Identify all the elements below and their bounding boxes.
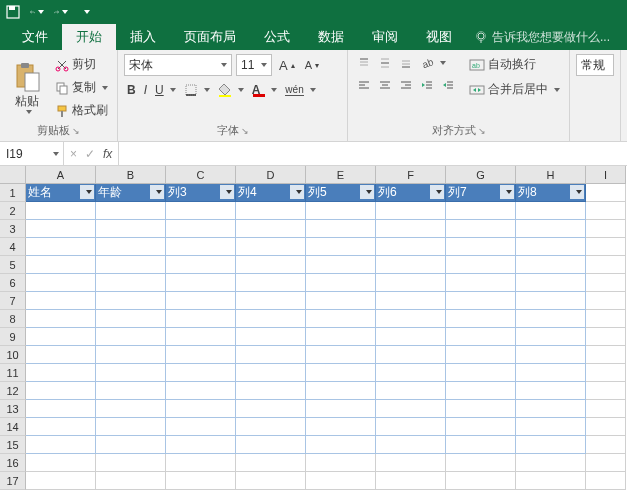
save-icon[interactable] [6, 5, 20, 19]
cell[interactable] [446, 400, 516, 418]
cell[interactable] [306, 310, 376, 328]
italic-button[interactable]: I [141, 81, 150, 99]
cell[interactable] [376, 256, 446, 274]
undo-icon[interactable] [30, 5, 44, 19]
tab-insert[interactable]: 插入 [116, 24, 170, 50]
row-header[interactable]: 12 [0, 382, 26, 400]
cell[interactable] [446, 454, 516, 472]
cell[interactable] [236, 364, 306, 382]
cell[interactable] [166, 472, 236, 490]
cell[interactable] [446, 310, 516, 328]
merge-center-button[interactable]: 合并后居中 [466, 79, 563, 100]
cell[interactable] [376, 418, 446, 436]
table-header-cell[interactable]: 列5 [306, 184, 376, 202]
cell[interactable] [166, 418, 236, 436]
cell[interactable] [586, 400, 626, 418]
align-bottom-icon[interactable] [396, 54, 416, 72]
filter-icon[interactable] [220, 185, 234, 199]
cell[interactable] [446, 436, 516, 454]
cell[interactable] [306, 328, 376, 346]
underline-button[interactable]: U [152, 81, 179, 99]
paste-button[interactable]: 粘贴 [6, 54, 48, 121]
cell[interactable] [516, 346, 586, 364]
cut-button[interactable]: 剪切 [52, 54, 111, 75]
cell[interactable] [26, 472, 96, 490]
row-header[interactable]: 6 [0, 274, 26, 292]
cell[interactable] [236, 472, 306, 490]
cell[interactable] [306, 454, 376, 472]
cell[interactable] [166, 220, 236, 238]
filter-icon[interactable] [360, 185, 374, 199]
column-header[interactable]: B [96, 166, 166, 184]
cell[interactable] [236, 454, 306, 472]
cell[interactable] [96, 256, 166, 274]
row-header[interactable]: 3 [0, 220, 26, 238]
row-header[interactable]: 4 [0, 238, 26, 256]
cell[interactable] [586, 472, 626, 490]
cell[interactable] [306, 292, 376, 310]
cell[interactable] [516, 364, 586, 382]
format-painter-button[interactable]: 格式刷 [52, 100, 111, 121]
cell[interactable] [306, 436, 376, 454]
cell[interactable] [446, 238, 516, 256]
cancel-icon[interactable]: × [70, 147, 77, 161]
border-button[interactable] [181, 81, 213, 99]
cell[interactable] [96, 328, 166, 346]
cell[interactable] [586, 292, 626, 310]
cell[interactable] [306, 202, 376, 220]
select-all-corner[interactable] [0, 166, 26, 184]
column-header[interactable]: C [166, 166, 236, 184]
cell[interactable] [586, 364, 626, 382]
column-header[interactable]: E [306, 166, 376, 184]
cell[interactable] [236, 400, 306, 418]
cell[interactable] [236, 346, 306, 364]
cell[interactable] [376, 328, 446, 346]
table-header-cell[interactable]: 列6 [376, 184, 446, 202]
dialog-launcher-icon[interactable]: ↘ [241, 126, 249, 136]
cell[interactable] [96, 436, 166, 454]
cell[interactable] [26, 220, 96, 238]
decrease-indent-icon[interactable] [417, 76, 437, 94]
cell[interactable] [166, 382, 236, 400]
cell[interactable] [306, 418, 376, 436]
cell[interactable] [586, 328, 626, 346]
dialog-launcher-icon[interactable]: ↘ [72, 126, 80, 136]
cell[interactable] [166, 202, 236, 220]
align-center-icon[interactable] [375, 76, 395, 94]
table-header-cell[interactable]: 姓名 [26, 184, 96, 202]
cell[interactable] [516, 382, 586, 400]
tab-pagelayout[interactable]: 页面布局 [170, 24, 250, 50]
cell[interactable] [306, 274, 376, 292]
cell[interactable] [306, 400, 376, 418]
decrease-font-icon[interactable]: A▾ [302, 57, 322, 73]
phonetic-button[interactable]: wén [282, 82, 318, 98]
qat-customize-icon[interactable] [78, 5, 92, 19]
cell[interactable] [376, 382, 446, 400]
cell[interactable] [96, 202, 166, 220]
cell[interactable] [26, 202, 96, 220]
tab-file[interactable]: 文件 [8, 24, 62, 50]
row-header[interactable]: 9 [0, 328, 26, 346]
dialog-launcher-icon[interactable]: ↘ [478, 126, 486, 136]
cell[interactable] [166, 454, 236, 472]
cell[interactable] [236, 274, 306, 292]
cell[interactable] [586, 256, 626, 274]
cell[interactable] [376, 346, 446, 364]
cell[interactable] [516, 418, 586, 436]
formula-input[interactable] [119, 142, 627, 165]
cell[interactable] [376, 364, 446, 382]
cell[interactable] [166, 364, 236, 382]
cell[interactable] [166, 274, 236, 292]
cell[interactable] [236, 202, 306, 220]
cell[interactable] [376, 436, 446, 454]
cell[interactable] [26, 274, 96, 292]
cell[interactable] [236, 238, 306, 256]
tab-review[interactable]: 审阅 [358, 24, 412, 50]
column-header[interactable]: I [586, 166, 626, 184]
cell[interactable] [26, 418, 96, 436]
fill-color-button[interactable] [215, 81, 247, 99]
cell[interactable] [306, 238, 376, 256]
cell[interactable] [26, 346, 96, 364]
increase-indent-icon[interactable] [438, 76, 458, 94]
cell[interactable] [516, 292, 586, 310]
